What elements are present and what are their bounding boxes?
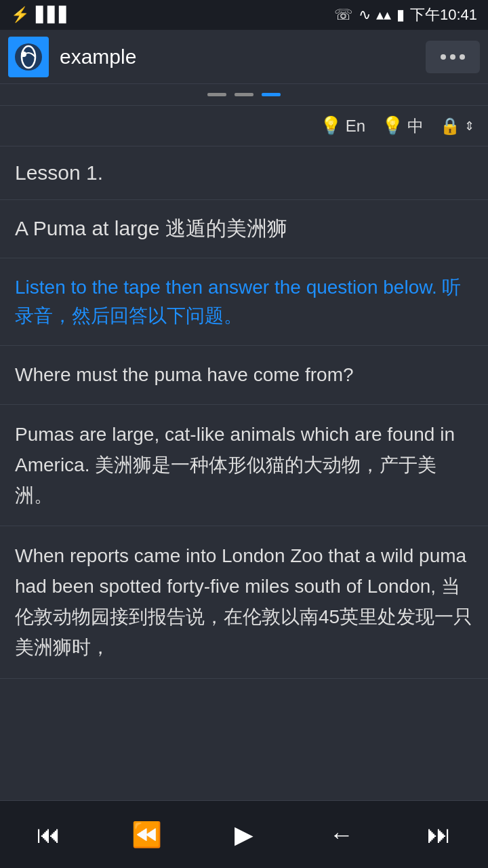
first-icon: ⏮ — [37, 821, 61, 849]
tab-2[interactable] — [235, 93, 253, 96]
instruction-section: Listen to the tape then answer the quest… — [0, 258, 488, 346]
menu-dot-2 — [450, 54, 455, 60]
back-button[interactable]: ← — [314, 814, 369, 855]
chinese-label: 中 — [407, 115, 424, 137]
bulb-zh-icon: 💡 — [382, 115, 403, 136]
time-display: 下午10:41 — [410, 5, 477, 25]
app-icon — [8, 37, 49, 77]
network-signal-icon: ▴▴ — [376, 6, 391, 24]
english-toggle[interactable]: 💡 En — [320, 115, 365, 136]
question-section: Where must the puma have come from? — [0, 346, 488, 405]
menu-dot-3 — [460, 54, 465, 60]
bluetooth-icon: ☏ — [334, 6, 353, 24]
paragraph2-text: When reports came into London Zoo that a… — [15, 545, 472, 657]
chinese-toggle[interactable]: 💡 中 — [382, 115, 424, 137]
paragraph2-section: When reports came into London Zoo that a… — [0, 526, 488, 678]
usb-icon: ⚡ — [11, 6, 29, 24]
paragraph1-section: Pumas are large, cat-like animals which … — [0, 405, 488, 526]
prev-icon: ⏪ — [131, 821, 162, 849]
next-icon: ⏭ — [427, 821, 451, 849]
play-icon: ▶ — [235, 821, 253, 849]
next-button[interactable]: ⏭ — [412, 814, 466, 855]
content-area: Lesson 1. A Puma at large 逃遁的美洲狮 Listen … — [0, 146, 488, 800]
svg-point-2 — [21, 52, 26, 57]
svg-point-0 — [15, 43, 42, 71]
lesson-title: Lesson 1. — [15, 161, 103, 184]
app-bar: example — [0, 30, 488, 84]
app-title: example — [60, 45, 426, 68]
menu-dot-1 — [441, 54, 446, 60]
english-label: En — [346, 117, 365, 136]
first-button[interactable]: ⏮ — [22, 814, 76, 855]
article-title: A Puma at large 逃遁的美洲狮 — [15, 217, 287, 239]
bottom-nav: ⏮ ⏪ ▶ ← ⏭ — [0, 800, 488, 868]
lesson-section: Lesson 1. — [0, 146, 488, 200]
back-icon: ← — [329, 821, 354, 849]
bulb-en-icon: 💡 — [320, 115, 342, 136]
status-bar: ⚡ ▋▋▋ ☏ ∿ ▴▴ ▮ 下午10:41 — [0, 0, 488, 30]
wifi-icon: ∿ — [359, 6, 371, 24]
menu-button[interactable] — [426, 41, 480, 73]
lock-icon: 🔒 — [440, 117, 460, 136]
lock-arrows-icon: ⇕ — [464, 119, 474, 134]
prev-button[interactable]: ⏪ — [119, 814, 174, 855]
tab-bar — [0, 84, 488, 106]
toolbar: 💡 En 💡 中 🔒 ⇕ — [0, 106, 488, 146]
lock-button[interactable]: 🔒 ⇕ — [440, 117, 474, 136]
signal-bars-icon: ▋▋▋ — [36, 6, 70, 24]
tab-3[interactable] — [262, 93, 281, 96]
article-title-section: A Puma at large 逃遁的美洲狮 — [0, 200, 488, 258]
battery-icon: ▮ — [396, 6, 405, 24]
status-left-icons: ⚡ ▋▋▋ — [11, 6, 70, 24]
instruction-text: Listen to the tape then answer the quest… — [15, 277, 461, 326]
play-button[interactable]: ▶ — [217, 814, 271, 855]
status-right-icons: ☏ ∿ ▴▴ ▮ 下午10:41 — [334, 5, 477, 25]
question-text: Where must the puma have come from? — [15, 364, 354, 385]
tab-1[interactable] — [207, 93, 226, 96]
paragraph1-text: Pumas are large, cat-like animals which … — [15, 424, 455, 506]
